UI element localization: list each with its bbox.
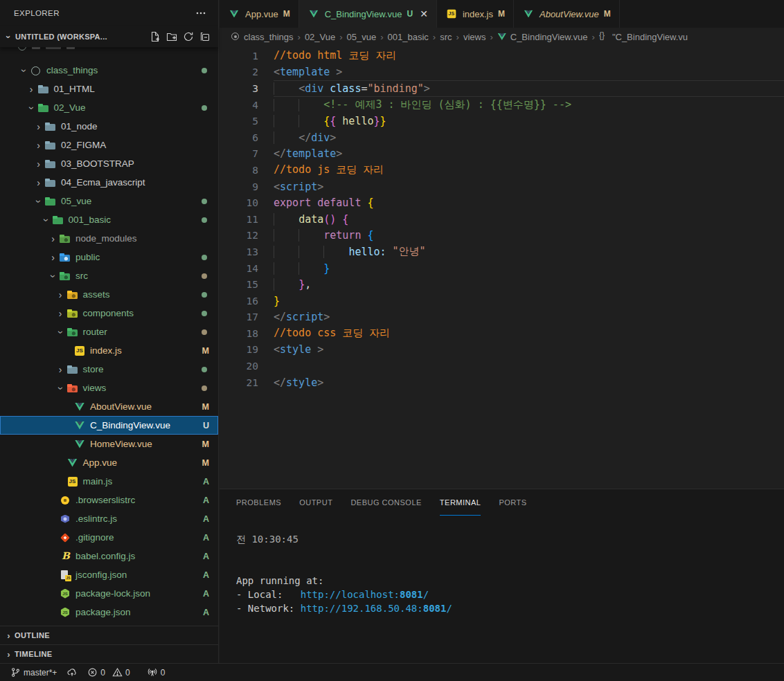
panel-tab[interactable]: DEBUG CONSOLE — [350, 489, 421, 516]
breadcrumb-label: views — [463, 32, 486, 42]
tree-item[interactable]: › components — [0, 304, 218, 323]
breadcrumb-separator: › — [380, 32, 383, 42]
tree-chevron-icon: › — [47, 234, 59, 244]
panel-tab[interactable]: PROBLEMS — [236, 489, 281, 516]
more-actions-icon[interactable] — [193, 6, 208, 21]
breadcrumb-item[interactable]: "C_BindingView.vu — [599, 32, 688, 42]
code-line[interactable]: 7 </template> — [220, 146, 784, 163]
code-content: </style> — [274, 374, 784, 391]
code-line[interactable]: 10 export default { — [220, 194, 784, 211]
code-line[interactable]: 14 } — [220, 260, 784, 277]
git-branch-item[interactable]: master*+ — [6, 664, 62, 681]
tree-item[interactable]: › 05_vue — [0, 192, 218, 210]
panel-tab[interactable]: TERMINAL — [440, 489, 481, 516]
code-editor[interactable]: 1 //todo html 코딩 자리 2 <template > 3 <div… — [220, 46, 784, 489]
breadcrumb-item[interactable]: C_BindingView.vue — [497, 32, 588, 42]
code-line[interactable]: 20 — [220, 358, 784, 374]
editor-tab[interactable]: AboutView.vue M — [514, 0, 620, 28]
tree-item[interactable]: › router — [0, 323, 218, 341]
code-line[interactable]: 4 <!-- 예제3 : 바인딩 (심화) : {{변수명}} --> — [220, 97, 784, 113]
tree-item[interactable]: package-lock.json A — [0, 584, 218, 603]
tree-item[interactable]: › public — [0, 248, 218, 266]
tree-item-label: App.vue — [83, 457, 118, 468]
code-line[interactable]: 19 <style > — [220, 342, 784, 358]
breadcrumb-item[interactable]: 05_vue — [347, 32, 377, 42]
tree-item[interactable]: HomeView.vue M — [0, 435, 218, 453]
timeline-section[interactable]: › TIMELINE — [0, 644, 218, 663]
tree-item[interactable]: babel.config.js A — [0, 547, 218, 565]
breadcrumb-item[interactable]: class_things — [231, 32, 294, 42]
new-folder-icon[interactable] — [164, 29, 179, 44]
tree-item[interactable]: AboutView.vue M — [0, 397, 218, 416]
problems-item[interactable]: 0 0 — [82, 664, 134, 681]
git-badge: A — [203, 514, 209, 524]
git-dot-badge — [202, 217, 207, 223]
tab-git-badge: U — [407, 9, 413, 19]
tree-item[interactable]: › 01_HTML — [0, 80, 218, 98]
tree-item[interactable]: › 001_basic — [0, 210, 218, 229]
tree-chevron-icon: › — [33, 178, 44, 188]
code-line[interactable]: 11 data() { — [220, 211, 784, 228]
refresh-icon[interactable] — [181, 29, 196, 44]
code-line[interactable]: 13 hello: "안녕" — [220, 244, 784, 260]
publish-item[interactable] — [62, 664, 82, 681]
code-line[interactable]: 2 <template > — [220, 64, 784, 81]
tree-item[interactable]: › node_modules — [0, 229, 218, 248]
git-badge: A — [203, 552, 209, 561]
tree-item[interactable]: › 02_FIGMA — [0, 136, 218, 154]
code-line[interactable]: 8 //todo js 코딩 자리 — [220, 162, 784, 179]
tab-label: C_BindingView.vue — [325, 9, 402, 19]
editor-tab[interactable]: App.vue M — [220, 0, 299, 28]
new-file-icon[interactable] — [148, 29, 163, 44]
collapse-all-icon[interactable] — [197, 29, 213, 44]
tree-item[interactable]: › 04_Ecma_javascript — [0, 173, 218, 192]
code-line[interactable]: 5 {{ hello}} — [220, 113, 784, 129]
broadcast-item[interactable]: 0 — [142, 664, 170, 681]
close-icon[interactable]: ✕ — [420, 8, 428, 19]
outline-section[interactable]: › OUTLINE — [0, 626, 218, 644]
tree-item[interactable]: › 03_BOOTSTRAP — [0, 154, 218, 173]
tree-item[interactable]: .eslintrc.js A — [0, 509, 218, 528]
tree-item[interactable]: package.json A — [0, 603, 218, 621]
status-bar: master*+ 0 0 0 — [0, 663, 784, 681]
breadcrumb-item[interactable]: src — [440, 32, 452, 42]
code-line[interactable]: 12 return { — [220, 228, 784, 244]
code-line[interactable]: 3 <div class="binding"> — [220, 80, 784, 97]
tree-item[interactable]: › views — [0, 379, 218, 397]
breadcrumb-item[interactable]: 001_basic — [388, 32, 429, 42]
panel-tab[interactable]: OUTPUT — [299, 489, 332, 516]
file-icon — [59, 588, 71, 600]
tree-item[interactable]: › assets — [0, 285, 218, 304]
code-line[interactable]: 1 //todo html 코딩 자리 — [220, 48, 784, 64]
tree-item[interactable]: .browserslistrc A — [0, 491, 218, 509]
editor-tab[interactable]: C_BindingView.vue U ✕ — [299, 0, 437, 28]
code-line[interactable]: 18 //todo css 코딩 자리 — [220, 325, 784, 342]
workspace-header[interactable]: › UNTITLED (WORKSPA... — [0, 26, 218, 47]
breadcrumb-label: class_things — [244, 32, 294, 42]
terminal-output[interactable]: 전 10:30:45App running at:- Local: http:/… — [220, 516, 784, 663]
tree-item[interactable]: C_BindingView.vue U — [0, 416, 218, 435]
breadcrumb-item[interactable]: 02_Vue — [305, 32, 335, 42]
tree-item[interactable]: index.js M — [0, 341, 218, 360]
tree-item[interactable]: › 01_node — [0, 117, 218, 136]
tree-item[interactable]: › src — [0, 266, 218, 285]
tree-chevron-icon: › — [55, 309, 66, 318]
tree-item[interactable]: › 02_Vue — [0, 98, 218, 117]
code-line[interactable]: 21 </style> — [220, 374, 784, 391]
breadcrumb-item[interactable]: views — [463, 32, 486, 42]
code-line[interactable]: 17 </script> — [220, 309, 784, 326]
tree-item[interactable]: main.js A — [0, 472, 218, 491]
panel-tab[interactable]: PORTS — [499, 489, 526, 516]
tree-item[interactable]: › class_things — [0, 61, 218, 80]
tree-item[interactable]: .gitignore A — [0, 528, 218, 547]
tree-item[interactable]: jsconfig.json A — [0, 565, 218, 584]
code-line[interactable]: 6 </div> — [220, 129, 784, 146]
tree-item[interactable]: › store — [0, 360, 218, 379]
tree-item[interactable]: App.vue M — [0, 453, 218, 472]
tree-item-label: 03_BOOTSTRAP — [61, 158, 134, 169]
code-line[interactable]: 15 }, — [220, 276, 784, 293]
editor-tab[interactable]: index.js M — [437, 0, 514, 28]
file-icon — [59, 606, 71, 619]
code-line[interactable]: 9 <script> — [220, 179, 784, 195]
code-line[interactable]: 16 } — [220, 293, 784, 309]
